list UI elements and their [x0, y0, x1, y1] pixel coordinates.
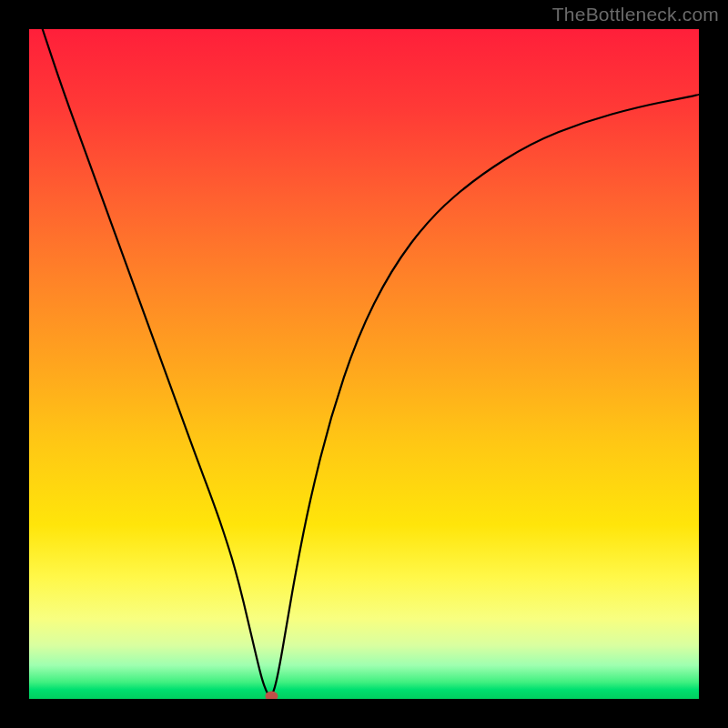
watermark-text: TheBottleneck.com: [552, 4, 719, 25]
curve-path: [43, 29, 699, 696]
plot-area: [29, 29, 699, 699]
chart-svg: [29, 29, 699, 699]
chart-frame: TheBottleneck.com: [0, 0, 728, 728]
